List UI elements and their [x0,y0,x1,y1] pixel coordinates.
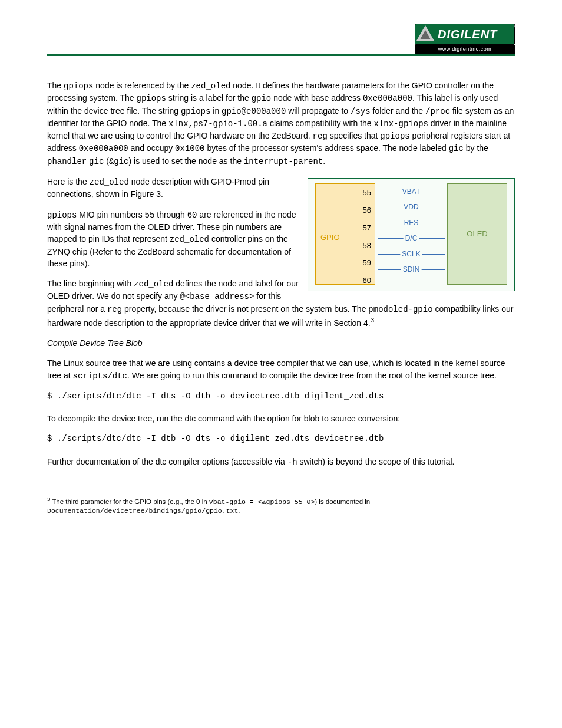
paragraph-gpiops-intro: The gpiops node is referenced by the zed… [47,80,515,167]
command-decompile: $ ./scripts/dtc/dtc -I dtb -O dts -o dig… [47,433,515,444]
wire-vdd: VDD [402,202,420,212]
wire-vbat: VBAT [401,187,422,197]
heading-compile-dtb: Compile Device Tree Blob [47,337,515,349]
footnote-separator [47,492,153,492]
logo-brand: DIGILENT [438,26,497,43]
logo-url: www.digilentinc.com [415,45,515,54]
pin-60: 60 [363,275,371,286]
wire-sclk: SCLK [400,249,422,259]
digilent-logo: DIGILENT ® www.digilentinc.com [415,24,515,53]
wire-dc: D/C [404,233,419,243]
pin-57: 57 [363,223,371,234]
gpio-block: GPIO 55 56 57 58 59 60 [315,183,375,285]
footnote-3: 3 The third parameter for the GPIO pins … [47,496,515,516]
figure-gpio-oled: GPIO 55 56 57 58 59 60 VBAT VDD [308,178,515,291]
footnote-ref-3: 3 [371,316,374,324]
pin-55: 55 [363,187,371,199]
paragraph-dtc-more: Further documentation of the dtc compile… [47,456,515,468]
wire-res: RES [402,218,421,228]
pin-58: 58 [363,241,371,252]
registered-mark: ® [514,23,519,31]
pin-59: 59 [363,258,371,269]
wire-sdin: SDIN [401,265,422,275]
pin-56: 56 [363,205,371,216]
command-compile: $ ./scripts/dtc/dtc -I dts -O dtb -o dev… [47,390,515,402]
paragraph-dtc-intro: The Linux source tree that we are using … [47,357,515,382]
page-header: DIGILENT ® www.digilentinc.com [47,24,515,56]
oled-block: OLED [447,183,507,285]
paragraph-decompile: To decompile the device tree, run the dt… [47,413,515,424]
